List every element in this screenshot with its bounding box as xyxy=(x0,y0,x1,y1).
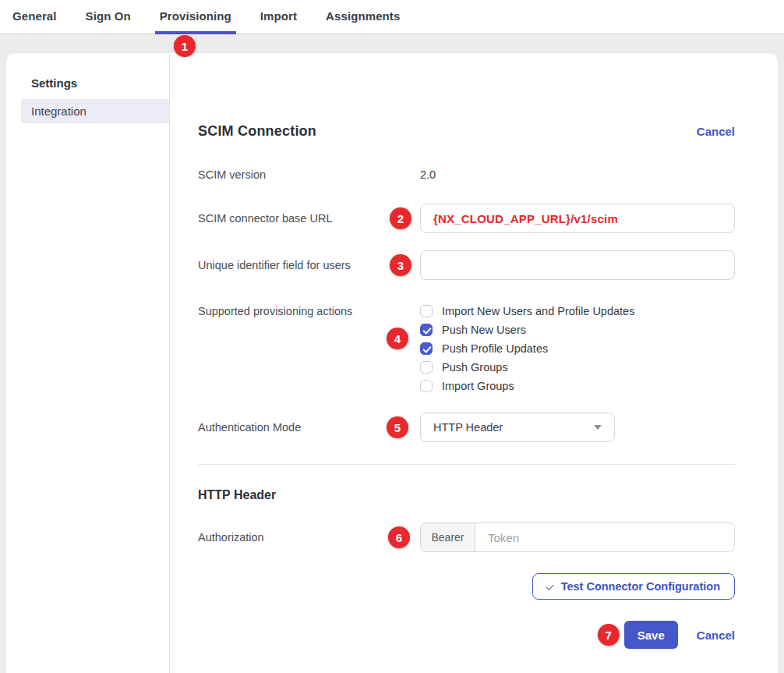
scim-version-value: 2.0 xyxy=(420,168,436,181)
unique-id-row: Unique identifier field for users 3 xyxy=(198,250,735,280)
authorization-row: Authorization 6 Bearer xyxy=(198,522,735,552)
base-url-row: SCIM connector base URL 2 xyxy=(198,204,735,233)
tab-assignments[interactable]: Assignments xyxy=(321,0,404,34)
checkbox-box-checked[interactable] xyxy=(420,342,433,355)
tab-import[interactable]: Import xyxy=(256,0,302,34)
annotation-badge-4: 4 xyxy=(387,328,408,349)
chevron-down-icon xyxy=(594,425,602,430)
save-button[interactable]: Save xyxy=(624,621,678,649)
provisioning-actions-label: Supported provisioning actions xyxy=(198,302,420,321)
scim-version-row: SCIM version 2.0 xyxy=(198,168,735,182)
base-url-label: SCIM connector base URL xyxy=(198,212,420,225)
checkbox-box-checked[interactable] xyxy=(420,324,433,336)
tab-provisioning[interactable]: Provisioning xyxy=(155,0,236,34)
checkbox-box[interactable] xyxy=(420,305,433,317)
authorization-label: Authorization xyxy=(198,531,420,544)
checkbox-import-new-users[interactable]: Import New Users and Profile Updates xyxy=(420,302,735,321)
bearer-prefix: Bearer xyxy=(421,523,475,551)
annotation-badge-3: 3 xyxy=(390,254,411,276)
token-input[interactable] xyxy=(475,523,734,551)
checkmark-icon xyxy=(546,582,553,590)
test-connector-configuration-button[interactable]: Test Connector Configuration xyxy=(532,573,735,600)
sidebar: Settings Integration xyxy=(6,53,170,673)
tab-general[interactable]: General xyxy=(8,0,62,34)
cancel-button-bottom[interactable]: Cancel xyxy=(697,629,735,642)
tab-sign-on[interactable]: Sign On xyxy=(81,0,136,34)
annotation-badge-1: 1 xyxy=(174,35,196,57)
checkbox-box[interactable] xyxy=(420,361,433,374)
auth-mode-selected-value: HTTP Header xyxy=(433,421,503,434)
checkbox-push-new-users[interactable]: Push New Users xyxy=(420,321,735,339)
sidebar-item-integration[interactable]: Integration xyxy=(21,99,169,123)
unique-id-input[interactable] xyxy=(420,250,735,280)
scim-connection-form: SCIM Connection Cancel SCIM version 2.0 … xyxy=(170,53,778,673)
checkbox-push-profile-updates[interactable]: Push Profile Updates xyxy=(420,339,735,358)
cancel-link-top[interactable]: Cancel xyxy=(697,125,735,138)
unique-id-label: Unique identifier field for users xyxy=(198,259,420,271)
sidebar-heading-settings: Settings xyxy=(6,76,169,90)
annotation-badge-7: 7 xyxy=(598,624,620,646)
provisioning-actions-row: Supported provisioning actions 4 Import … xyxy=(198,302,735,395)
auth-mode-select[interactable]: HTTP Header xyxy=(420,413,615,442)
page-title: SCIM Connection xyxy=(198,123,316,140)
annotation-badge-6: 6 xyxy=(388,526,410,548)
base-url-input[interactable] xyxy=(420,204,735,233)
http-header-section-heading: HTTP Header xyxy=(198,488,735,502)
auth-mode-row: Authentication Mode 5 HTTP Header xyxy=(198,413,735,442)
checkbox-box[interactable] xyxy=(420,380,433,392)
checkbox-import-groups[interactable]: Import Groups xyxy=(420,377,735,395)
authorization-input-group: Bearer xyxy=(420,522,735,552)
checkbox-push-groups[interactable]: Push Groups xyxy=(420,358,735,377)
section-divider xyxy=(198,464,735,465)
app-tab-bar: General Sign On Provisioning Import Assi… xyxy=(0,0,784,34)
annotation-badge-2: 2 xyxy=(390,207,411,229)
scim-version-label: SCIM version xyxy=(198,168,420,181)
content-card: Settings Integration SCIM Connection Can… xyxy=(6,53,778,673)
annotation-badge-5: 5 xyxy=(387,416,408,438)
